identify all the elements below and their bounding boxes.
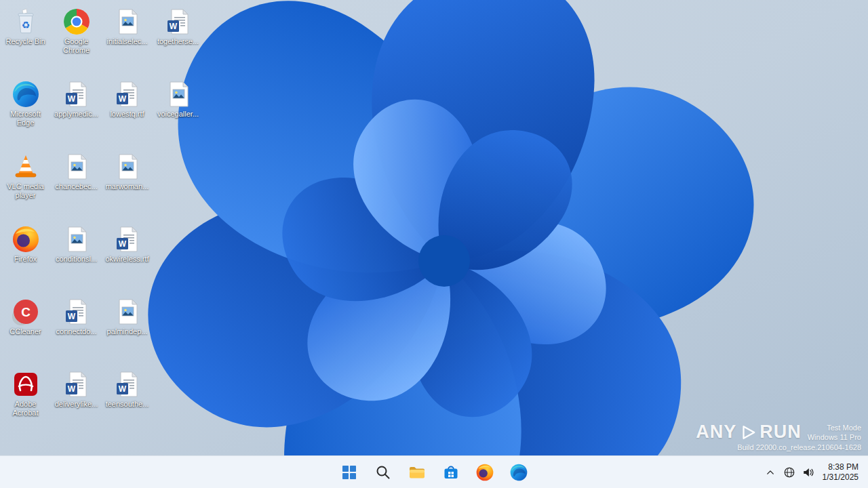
image-file-icon (63, 226, 90, 253)
start-button[interactable] (336, 459, 363, 486)
firefox-icon (476, 464, 494, 481)
tray-overflow-button[interactable] (762, 461, 779, 484)
clock-time: 8:38 PM (823, 462, 859, 472)
vlc-icon (12, 153, 39, 180)
word-document-icon (63, 81, 90, 108)
anyrun-logo: ANY RUN (696, 422, 802, 443)
word-document-icon (63, 298, 90, 325)
microsoft-store-button[interactable] (437, 459, 465, 486)
ccleaner-icon (12, 298, 39, 325)
desktop-icon-google-chrome[interactable]: Google Chrome (51, 3, 102, 75)
desktop-icon-initialselec[interactable]: initialselec... (102, 3, 153, 75)
image-file-icon (114, 153, 141, 180)
image-file-icon (114, 8, 141, 35)
anyrun-watermark: ANY RUN Test Mode Windows 11 Pro Build 2… (696, 422, 861, 453)
play-icon (739, 424, 757, 441)
desktop-icon-label: connectdo... (56, 327, 97, 336)
search-button[interactable] (370, 459, 397, 486)
image-file-icon (63, 153, 90, 180)
edge-icon (12, 81, 39, 108)
desktop-icon-adobe-acrobat[interactable]: Adobe Acrobat (0, 365, 51, 438)
watermark-mode: Test Mode (808, 423, 861, 432)
desktop-icon-label: CCleaner (9, 327, 41, 336)
desktop-icon-microsoft-edge[interactable]: Microsoft Edge (0, 75, 51, 148)
word-document-icon (114, 81, 141, 108)
system-tray: 8:38 PM 1/31/2025 (762, 456, 865, 488)
desktop-icon-label: voicegaller... (157, 110, 199, 119)
desktop-icon-label: palmindep... (107, 327, 148, 336)
desktop-icon-teensouthe[interactable]: teensouthe... (102, 365, 153, 438)
desktop-icon-label: initialselec... (107, 37, 148, 46)
desktop-icon-togetherse[interactable]: togetherse... (153, 3, 203, 75)
chrome-icon (63, 8, 90, 35)
desktop-icon-label: marwoman... (106, 182, 149, 191)
desktop-icon-spacer-r5 (153, 293, 203, 365)
word-document-icon (63, 371, 90, 398)
desktop-icon-okwireless[interactable]: okwireless.rtf (102, 220, 153, 293)
desktop-icon-label: okwireless.rtf (105, 255, 149, 264)
word-document-icon (114, 226, 141, 253)
edge-taskbar-button[interactable] (505, 459, 532, 486)
image-file-icon (114, 298, 141, 325)
desktop-icon-label: Adobe Acrobat (1, 400, 50, 418)
desktop-icon-label: Recycle Bin (5, 37, 45, 46)
desktop-icon-grid: Recycle Bin Google Chrome initialselec..… (0, 3, 203, 438)
desktop-icon-label: Google Chrome (52, 37, 101, 55)
desktop-icon-lowestq[interactable]: lowestq.rtf (102, 75, 153, 148)
recycle-bin-icon (12, 8, 39, 35)
clock-date: 1/31/2025 (823, 472, 859, 483)
desktop-icon-chancebec[interactable]: chancebec... (51, 148, 102, 220)
desktop-icon-deliverylike[interactable]: deliverylike... (51, 365, 102, 438)
network-globe-icon (782, 465, 797, 480)
anyrun-logo-right: RUN (760, 422, 802, 443)
watermark-os: Windows 11 Pro (808, 432, 861, 442)
firefox-icon (12, 226, 39, 253)
desktop-icon-label: conditionsl... (56, 255, 97, 264)
acrobat-icon (12, 371, 39, 398)
anyrun-logo-left: ANY (696, 422, 736, 443)
taskbar-clock[interactable]: 8:38 PM 1/31/2025 (818, 462, 865, 483)
desktop-icon-label: togetherse... (157, 37, 199, 46)
desktop-icon-label: VLC media player (1, 182, 50, 200)
desktop-icon-label: Microsoft Edge (1, 110, 50, 127)
word-document-icon (114, 371, 141, 398)
microsoft-store-icon (442, 464, 460, 481)
desktop-icon-label: Firefox (14, 255, 37, 264)
start-icon (340, 464, 358, 481)
desktop-icon-label: applymedic... (54, 110, 98, 119)
taskbar: 8:38 PM 1/31/2025 (0, 455, 868, 488)
desktop-icon-label: chancebec... (55, 182, 97, 191)
watermark-build: Build 22000.co_release.210604-1628 (737, 443, 861, 453)
image-file-icon (165, 81, 192, 108)
edge-icon (510, 464, 528, 481)
watermark-info: Test Mode Windows 11 Pro (808, 423, 861, 442)
anyrun-watermark-top: ANY RUN Test Mode Windows 11 Pro (696, 422, 861, 443)
volume-button[interactable] (800, 461, 817, 484)
desktop-icon-ccleaner[interactable]: CCleaner (0, 293, 51, 365)
desktop-icon-palmindep[interactable]: palmindep... (102, 293, 153, 365)
desktop-icon-label: deliverylike... (55, 400, 98, 409)
windows-desktop: Recycle Bin Google Chrome initialselec..… (0, 0, 868, 488)
taskbar-center (336, 456, 532, 488)
network-button[interactable] (781, 461, 798, 484)
desktop-icon-marwoman[interactable]: marwoman... (102, 148, 153, 220)
file-explorer-icon (408, 464, 426, 481)
desktop-icon-label: lowestq.rtf (110, 110, 144, 119)
desktop-icon-recycle-bin[interactable]: Recycle Bin (0, 3, 51, 75)
search-icon (374, 464, 392, 481)
speaker-icon (801, 465, 816, 480)
desktop-icon-applymedic[interactable]: applymedic... (51, 75, 102, 148)
desktop-icon-label: teensouthe... (106, 400, 149, 409)
desktop-icon-vlc-media-player[interactable]: VLC media player (0, 148, 51, 220)
desktop-icon-spacer-r3 (153, 148, 203, 220)
desktop-icon-connectdo[interactable]: connectdo... (51, 293, 102, 365)
chevron-up-icon (763, 465, 778, 480)
file-explorer-button[interactable] (403, 459, 431, 486)
firefox-taskbar-button[interactable] (471, 459, 498, 486)
desktop-icon-voicegaller[interactable]: voicegaller... (153, 75, 203, 148)
word-document-icon (165, 8, 192, 35)
desktop-icon-spacer-r4 (153, 220, 203, 293)
desktop-icon-firefox[interactable]: Firefox (0, 220, 51, 293)
desktop-icon-conditionsl[interactable]: conditionsl... (51, 220, 102, 293)
